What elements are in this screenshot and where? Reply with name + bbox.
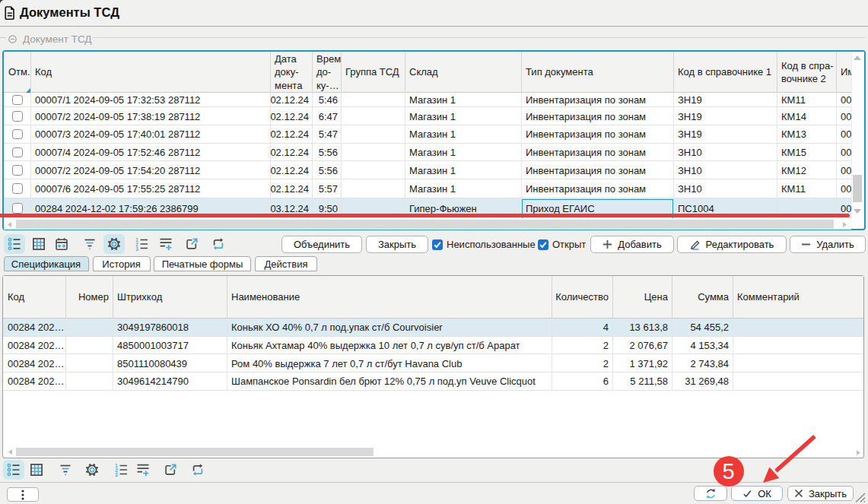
svg-text:3: 3 bbox=[115, 472, 118, 477]
svg-text:3: 3 bbox=[135, 246, 138, 251]
